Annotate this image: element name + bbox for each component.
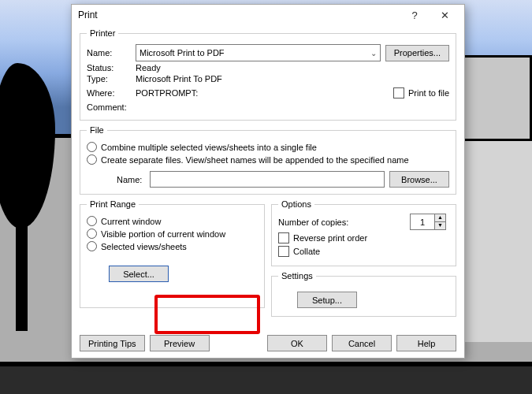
file-combine-label: Combine multiple selected views/sheets i… <box>101 143 317 152</box>
where-value: PORTPROMPT: <box>136 88 198 98</box>
copies-label: Number of copies: <box>278 217 348 227</box>
type-value: Microsoft Print To PDF <box>136 74 222 84</box>
comment-label: Comment: <box>87 102 136 112</box>
reverse-order-label: Reverse print order <box>293 233 367 243</box>
preview-button[interactable]: Preview <box>150 335 210 351</box>
file-separate-label: Create separate files. View/sheet names … <box>101 155 409 165</box>
window-title: Print <box>78 9 98 20</box>
range-visible-radio[interactable]: Visible portion of current window <box>87 229 258 239</box>
titlebar: Print ? ✕ <box>72 5 464 25</box>
checkbox-icon <box>278 232 289 243</box>
radio-icon <box>87 229 97 239</box>
radio-icon <box>87 142 97 152</box>
print-to-file-label: Print to file <box>408 88 449 98</box>
range-current-label: Current window <box>101 217 161 226</box>
options-legend: Options <box>278 199 314 209</box>
copies-value: 1 <box>411 217 434 227</box>
options-group: Options Number of copies: 1 ▲ ▼ <box>271 199 456 266</box>
printer-name-dropdown[interactable]: Microsoft Print to PDF ⌄ <box>136 44 381 61</box>
printer-legend: Printer <box>87 28 118 38</box>
range-selected-label: Selected views/sheets <box>101 242 187 251</box>
help-button-bottom[interactable]: Help <box>396 335 456 351</box>
range-visible-label: Visible portion of current window <box>101 229 225 239</box>
print-range-legend: Print Range <box>87 199 139 209</box>
file-legend: File <box>87 125 107 135</box>
reverse-order-checkbox[interactable]: Reverse print order <box>278 232 449 243</box>
print-to-file-checkbox[interactable]: Print to file <box>393 87 449 98</box>
copies-spinner[interactable]: 1 ▲ ▼ <box>410 214 446 230</box>
collate-checkbox[interactable]: Collate <box>278 246 449 257</box>
close-icon: ✕ <box>441 9 449 21</box>
range-selected-radio[interactable]: Selected views/sheets <box>87 241 258 251</box>
collate-label: Collate <box>293 247 320 256</box>
help-button[interactable]: ? <box>400 6 430 24</box>
spin-up-icon[interactable]: ▲ <box>434 214 445 222</box>
printer-name-value: Microsoft Print to PDF <box>140 48 225 58</box>
spin-down-icon[interactable]: ▼ <box>434 222 445 229</box>
print-range-group: Print Range Current window Visible porti… <box>80 199 265 308</box>
file-group: File Combine multiple selected views/she… <box>80 125 456 195</box>
status-value: Ready <box>136 63 161 72</box>
setup-button[interactable]: Setup... <box>297 292 357 308</box>
radio-icon <box>87 241 97 251</box>
checkbox-icon <box>393 87 404 98</box>
printer-name-label: Name: <box>87 48 136 58</box>
properties-button[interactable]: Properties... <box>385 45 449 61</box>
file-name-label: Name: <box>117 175 142 184</box>
settings-legend: Settings <box>278 271 316 281</box>
browse-button[interactable]: Browse... <box>389 171 449 188</box>
printing-tips-button[interactable]: Printing Tips <box>80 335 145 351</box>
printer-group: Printer Name: Microsoft Print to PDF ⌄ P… <box>80 28 456 121</box>
ok-button[interactable]: OK <box>267 335 327 351</box>
where-label: Where: <box>87 88 136 98</box>
dialog-button-bar: Printing Tips Preview OK Cancel Help <box>80 335 456 351</box>
close-button[interactable]: ✕ <box>430 6 459 24</box>
cancel-button[interactable]: Cancel <box>332 335 392 351</box>
type-label: Type: <box>87 74 136 84</box>
chevron-down-icon: ⌄ <box>370 49 377 58</box>
range-current-radio[interactable]: Current window <box>87 216 258 226</box>
checkbox-icon <box>278 246 289 257</box>
file-separate-radio[interactable]: Create separate files. View/sheet names … <box>87 154 449 165</box>
print-dialog: Print ? ✕ Printer Name: Microsoft Print … <box>71 4 465 359</box>
select-button[interactable]: Select... <box>109 266 169 282</box>
radio-icon <box>87 216 97 226</box>
file-combine-radio[interactable]: Combine multiple selected views/sheets i… <box>87 142 449 152</box>
file-name-input[interactable] <box>150 171 385 188</box>
radio-icon <box>87 154 97 165</box>
settings-group: Settings Setup... <box>271 271 456 317</box>
question-icon: ? <box>411 9 417 21</box>
status-label: Status: <box>87 63 136 72</box>
